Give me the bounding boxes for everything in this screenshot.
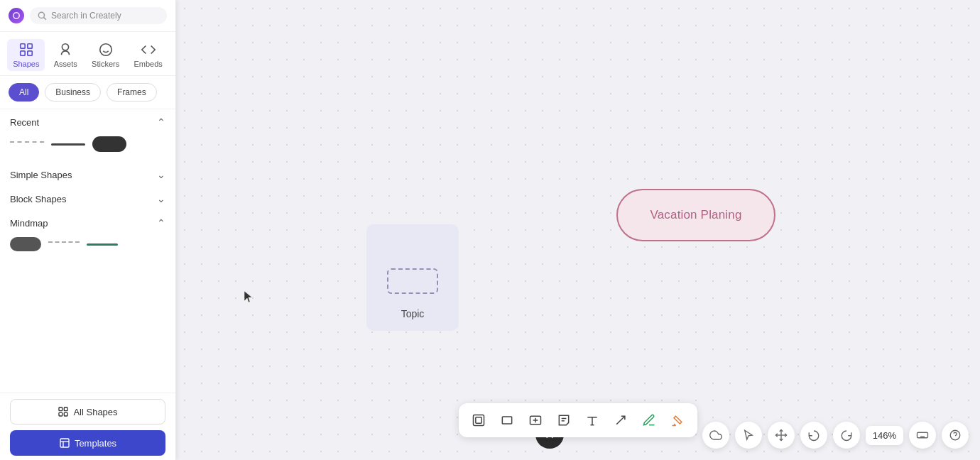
cloud-icon (709, 429, 722, 442)
templates-button[interactable]: Templates (10, 430, 165, 456)
nav-item-shapes[interactable]: Shapes (7, 39, 45, 71)
nav-label-shapes: Shapes (13, 60, 39, 68)
redo-icon (840, 429, 853, 442)
svg-rect-14 (60, 439, 69, 447)
section-title-simple: Simple Shapes (10, 170, 72, 180)
section-title-block: Block Shapes (10, 194, 67, 204)
mindmap-shape-dashed[interactable] (48, 241, 80, 247)
recent-shape-solid[interactable] (51, 143, 85, 146)
filter-all[interactable]: All (9, 83, 39, 102)
vacation-label: Vacation Planing (650, 208, 741, 222)
nav-label-assets: Assets (54, 60, 77, 68)
text-tool[interactable] (579, 407, 605, 433)
topic-label: Topic (401, 308, 425, 319)
frame-tool[interactable] (466, 407, 491, 433)
chevron-simple: ⌄ (157, 169, 165, 180)
section-simple-shapes[interactable]: Simple Shapes ⌄ (0, 162, 175, 186)
search-placeholder-text: Search in Creately (51, 11, 160, 21)
stickynote-tool[interactable] (551, 407, 577, 433)
keyboard-icon (916, 429, 929, 442)
cloud-button[interactable] (702, 422, 729, 449)
redo-button[interactable] (833, 422, 860, 449)
nav-item-assets[interactable]: Assets (48, 39, 83, 71)
rectangle-icon (500, 413, 514, 427)
svg-line-30 (616, 416, 625, 425)
chevron-block: ⌄ (157, 193, 165, 204)
nav-label-stickers: Stickers (92, 60, 119, 68)
svg-rect-19 (474, 415, 484, 426)
search-icon (37, 11, 47, 21)
arrow-tool[interactable] (608, 407, 633, 433)
pen-icon (642, 413, 656, 427)
chevron-mindmap: ⌃ (157, 217, 165, 229)
templates-icon (59, 437, 70, 449)
text-icon (585, 413, 599, 427)
section-mindmap[interactable]: Mindmap ⌃ (0, 210, 175, 234)
vacation-bubble[interactable]: Vacation Planing (616, 189, 775, 241)
topic-dashed-placeholder (387, 268, 438, 294)
select-button[interactable] (735, 422, 762, 449)
creately-logo (9, 8, 24, 23)
nav-item-embeds[interactable]: Embeds (128, 39, 168, 71)
help-icon (949, 429, 962, 442)
undo-button[interactable] (800, 422, 827, 449)
section-block-shapes[interactable]: Block Shapes ⌄ (0, 186, 175, 210)
mindmap-shape-pill[interactable] (10, 237, 41, 251)
app-container: Search in Creately Shapes Assets (0, 0, 980, 460)
recent-shapes-row (0, 133, 175, 162)
mindmap-shapes-row (0, 234, 175, 261)
sidebar-nav: Shapes Assets Stickers (0, 32, 175, 76)
svg-rect-12 (59, 412, 62, 416)
move-button[interactable] (768, 422, 795, 449)
section-title-recent: Recent (10, 117, 39, 128)
frame-icon (472, 413, 486, 427)
filter-business[interactable]: Business (45, 83, 101, 102)
dot-grid (176, 0, 980, 460)
chevron-recent: ⌃ (157, 116, 165, 128)
svg-rect-3 (28, 44, 32, 48)
all-shapes-label: All Shapes (73, 407, 117, 417)
move-icon (775, 429, 788, 442)
grid-icon (58, 406, 69, 417)
undo-icon (807, 429, 820, 442)
rectangle-tool[interactable] (494, 407, 520, 433)
svg-rect-2 (21, 44, 25, 48)
svg-rect-13 (65, 412, 68, 416)
keyboard-button[interactable] (909, 422, 936, 449)
textbox-icon (528, 413, 543, 427)
svg-rect-11 (65, 407, 68, 411)
stickynote-icon (557, 413, 571, 427)
svg-rect-4 (21, 51, 25, 55)
arrow-icon (614, 413, 628, 427)
zoom-level[interactable]: 146% (866, 426, 903, 445)
svg-line-1 (44, 18, 46, 20)
svg-rect-21 (502, 417, 511, 424)
highlighter-icon (670, 413, 685, 427)
bottom-right-controls: 146% (702, 422, 969, 449)
help-button[interactable] (942, 422, 969, 449)
sidebar-header: Search in Creately (0, 0, 175, 32)
topic-card[interactable]: Topic (366, 224, 459, 331)
mindmap-shape-line[interactable] (87, 243, 118, 246)
svg-point-6 (62, 44, 69, 50)
svg-point-0 (38, 12, 44, 18)
svg-point-41 (950, 430, 960, 440)
textbox-tool[interactable] (523, 407, 548, 433)
cursor-icon (742, 429, 755, 442)
recent-shape-pill[interactable] (92, 136, 126, 152)
highlighter-tool[interactable] (665, 407, 690, 433)
svg-point-7 (99, 44, 111, 56)
creately-logo-icon (9, 8, 24, 23)
all-shapes-button[interactable]: All Shapes (10, 399, 165, 425)
nav-item-stickers[interactable]: Stickers (86, 39, 125, 71)
canvas-area[interactable]: Topic Vacation Planing (176, 0, 980, 460)
section-title-mindmap: Mindmap (10, 218, 48, 229)
search-bar[interactable]: Search in Creately (30, 7, 167, 24)
section-recent[interactable]: Recent ⌃ (0, 109, 175, 133)
pen-tool[interactable] (636, 407, 662, 433)
recent-shape-dashed[interactable] (10, 141, 44, 147)
templates-label: Templates (75, 438, 116, 449)
sidebar: Search in Creately Shapes Assets (0, 0, 176, 460)
bottom-toolbar (459, 403, 697, 437)
filter-frames[interactable]: Frames (107, 83, 157, 102)
